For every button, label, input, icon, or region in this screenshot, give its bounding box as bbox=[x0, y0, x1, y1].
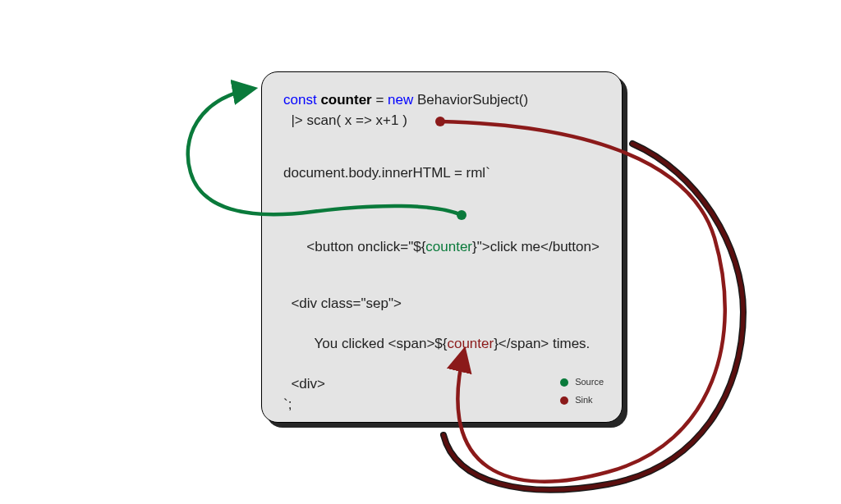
legend-sink-dot bbox=[560, 396, 568, 405]
legend-source-dot bbox=[560, 378, 568, 387]
source-counter-ref: counter bbox=[425, 239, 472, 254]
button-line-suffix: }">click me</button> bbox=[472, 239, 600, 254]
legend-source-label: Source bbox=[575, 376, 604, 389]
rml-assign-line: document.body.innerHTML = rml` bbox=[283, 163, 600, 184]
legend: Source Sink bbox=[560, 371, 604, 407]
identifier-counter-decl: counter bbox=[320, 92, 371, 108]
template-end-line: `; bbox=[283, 395, 600, 415]
equals: = bbox=[375, 92, 388, 108]
code-box: const counter = new BehaviorSubject() |>… bbox=[261, 71, 623, 423]
keyword-new: new bbox=[388, 92, 413, 108]
constructor-call: BehaviorSubject() bbox=[417, 92, 528, 108]
clicked-prefix: You clicked <span>${ bbox=[299, 336, 448, 351]
div-open-line: <div class="sep"> bbox=[283, 294, 600, 314]
keyword-const: const bbox=[283, 92, 317, 108]
scan-pipe-line: |> scan( x => x+1 ) bbox=[283, 111, 600, 131]
button-line-prefix: <button onclick="${ bbox=[299, 239, 425, 254]
sink-counter-ref: counter bbox=[447, 336, 494, 351]
div-close-line: <div> bbox=[283, 374, 600, 395]
clicked-suffix: }</span> times. bbox=[494, 336, 590, 351]
legend-sink-label: Sink bbox=[575, 394, 592, 407]
